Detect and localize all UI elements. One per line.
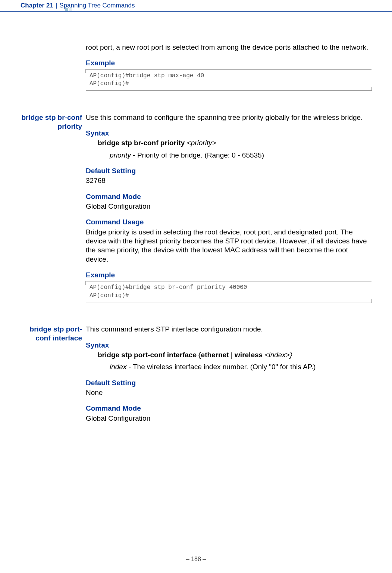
syntax-param-line-3: index - The wireless interface index num… bbox=[110, 362, 371, 371]
command-section-interface: bridge stp port-conf interface This comm… bbox=[86, 325, 371, 423]
param-name-3: index bbox=[110, 363, 126, 371]
syntax-heading-3: Syntax bbox=[86, 341, 371, 350]
command-mode-heading-3: Command Mode bbox=[86, 404, 371, 413]
syntax-index-arg: <index>} bbox=[263, 351, 292, 359]
command-description: Use this command to configure the spanni… bbox=[86, 113, 371, 122]
param-desc-3: - The wireless interface index number. (… bbox=[126, 363, 316, 371]
command-description-3: This command enters STP interface config… bbox=[86, 325, 371, 334]
syntax-line-3: bridge stp port-conf interface {ethernet… bbox=[98, 351, 371, 359]
syntax-wireless: wireless bbox=[235, 351, 263, 359]
command-usage-text: Bridge priority is used in selecting the… bbox=[86, 228, 371, 264]
example-heading: Example bbox=[86, 59, 371, 68]
header-rule bbox=[0, 11, 392, 12]
param-desc: - Priority of the bridge. (Range: 0 - 65… bbox=[131, 151, 264, 159]
default-setting-value-3: None bbox=[86, 388, 371, 397]
command-title-interface: bridge stp port-conf interface bbox=[21, 325, 82, 343]
syntax-argument: <priority> bbox=[185, 139, 216, 147]
running-header: Chapter 21 | Spanning Tree Commands bbox=[21, 2, 135, 9]
param-name: priority bbox=[110, 151, 131, 159]
syntax-ethernet: ethernet bbox=[201, 351, 229, 359]
command-section-priority: bridge stp br-conf priority Use this com… bbox=[86, 113, 371, 303]
syntax-param-line: priority - Priority of the bridge. (Rang… bbox=[110, 151, 371, 160]
command-mode-value-3: Global Configuration bbox=[86, 414, 371, 423]
chapter-separator: | bbox=[56, 2, 57, 9]
command-mode-value: Global Configuration bbox=[86, 202, 371, 211]
syntax-pipe: | bbox=[229, 351, 235, 359]
code-example-1: AP(config)#bridge stp max-age 40 AP(conf… bbox=[86, 69, 371, 91]
default-setting-heading-3: Default Setting bbox=[86, 379, 371, 387]
code-example-2: AP(config)#bridge stp br-conf priority 4… bbox=[86, 281, 371, 302]
syntax-line: bridge stp br-conf priority <priority> bbox=[98, 138, 371, 147]
syntax-heading: Syntax bbox=[86, 129, 371, 138]
body: root port, a new root port is selected f… bbox=[21, 43, 371, 423]
continuation-paragraph: root port, a new root port is selected f… bbox=[86, 43, 371, 52]
command-mode-heading: Command Mode bbox=[86, 192, 371, 201]
default-setting-heading: Default Setting bbox=[86, 166, 371, 175]
command-usage-heading: Command Usage bbox=[86, 218, 371, 227]
syntax-command: bridge stp br-conf priority bbox=[98, 139, 185, 147]
command-title-priority: bridge stp br-conf priority bbox=[21, 113, 82, 131]
chapter-number: Chapter 21 bbox=[21, 2, 53, 9]
default-setting-value: 32768 bbox=[86, 176, 371, 185]
page: Chapter 21 | Spanning Tree Commands root… bbox=[0, 0, 392, 573]
main-column: root port, a new root port is selected f… bbox=[86, 43, 371, 423]
chapter-title: Spanning Tree Commands bbox=[59, 2, 135, 9]
page-number: – 188 – bbox=[0, 556, 392, 563]
example-heading-2: Example bbox=[86, 271, 371, 280]
syntax-command-3a: bridge stp port-conf interface bbox=[98, 351, 198, 359]
